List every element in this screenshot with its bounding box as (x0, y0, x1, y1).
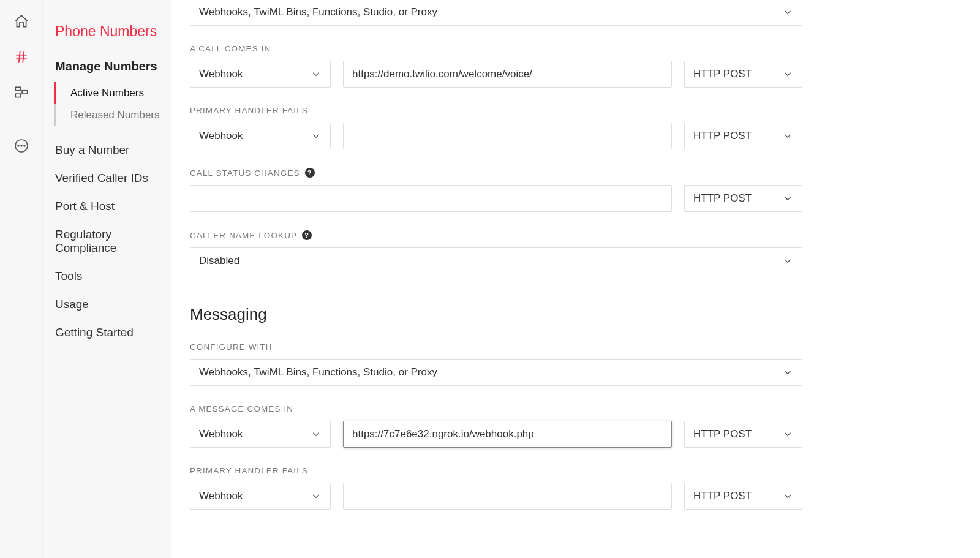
message-comes-in-url-input[interactable] (343, 421, 672, 448)
messaging-primary-fails-method: HTTP POST (693, 490, 752, 502)
voice-primary-fails-type-select[interactable]: Webhook (190, 123, 331, 149)
main-content: Webhooks, TwiML Bins, Functions, Studio,… (172, 0, 821, 558)
sidebar-item-port[interactable]: Port & Host (43, 192, 172, 221)
sidebar-title: Phone Numbers (43, 17, 172, 57)
icon-rail (0, 0, 43, 558)
svg-rect-5 (22, 91, 28, 94)
caller-lookup-select[interactable]: Disabled (190, 247, 802, 274)
svg-point-8 (18, 145, 19, 146)
message-comes-in-method: HTTP POST (693, 428, 752, 440)
flow-icon[interactable] (12, 83, 31, 102)
rail-divider (13, 119, 30, 119)
call-status-url-field[interactable] (199, 192, 663, 205)
chevron-down-icon (311, 69, 322, 80)
messaging-configure-with-label: CONFIGURE WITH (190, 342, 802, 352)
voice-primary-fails-label: PRIMARY HANDLER FAILS (190, 106, 802, 115)
home-icon[interactable] (12, 12, 31, 31)
call-comes-in-label: A CALL COMES IN (190, 44, 802, 53)
svg-line-3 (23, 51, 24, 63)
call-comes-in-method-select[interactable]: HTTP POST (684, 61, 802, 88)
caller-lookup-text: CALLER NAME LOOKUP (190, 231, 297, 240)
svg-rect-6 (15, 94, 21, 97)
svg-point-10 (24, 145, 25, 146)
chevron-down-icon (782, 69, 793, 80)
help-icon[interactable]: ? (302, 230, 312, 240)
hash-icon[interactable] (12, 48, 31, 66)
call-status-changes-text: CALL STATUS CHANGES (190, 168, 300, 178)
messaging-primary-fails-type: Webhook (199, 490, 243, 502)
caller-lookup-label: CALLER NAME LOOKUP ? (190, 230, 802, 240)
messaging-primary-fails-label: PRIMARY HANDLER FAILS (190, 466, 802, 475)
call-comes-in-type-select[interactable]: Webhook (190, 61, 331, 88)
chevron-down-icon (782, 491, 793, 502)
messaging-primary-fails-type-select[interactable]: Webhook (190, 483, 331, 510)
call-status-changes-label: CALL STATUS CHANGES ? (190, 168, 802, 178)
voice-primary-fails-url-input[interactable] (343, 123, 672, 149)
call-status-url-input[interactable] (190, 185, 672, 212)
chevron-down-icon (782, 193, 793, 204)
message-comes-in-url-field[interactable] (352, 428, 663, 440)
message-comes-in-label: A MESSAGE COMES IN (190, 404, 802, 413)
voice-configure-with-value: Webhooks, TwiML Bins, Functions, Studio,… (199, 6, 437, 18)
messaging-configure-with-value: Webhooks, TwiML Bins, Functions, Studio,… (199, 366, 437, 379)
chevron-down-icon (311, 429, 322, 440)
message-comes-in-method-select[interactable]: HTTP POST (684, 421, 802, 448)
sidebar-item-tools[interactable]: Tools (43, 262, 172, 290)
sidebar-subnav: Active Numbers Released Numbers (43, 82, 172, 136)
call-status-method: HTTP POST (693, 192, 752, 205)
voice-primary-fails-method-select[interactable]: HTTP POST (684, 123, 802, 149)
sidebar-item-getting-started[interactable]: Getting Started (43, 319, 172, 347)
chevron-down-icon (782, 130, 793, 141)
messaging-heading: Messaging (190, 305, 802, 324)
svg-line-2 (18, 51, 20, 63)
messaging-primary-fails-method-select[interactable]: HTTP POST (684, 483, 802, 510)
chevron-down-icon (782, 429, 793, 440)
voice-primary-fails-type: Webhook (199, 130, 243, 142)
sidebar-subitem-released-numbers[interactable]: Released Numbers (54, 104, 172, 126)
sidebar-item-buy[interactable]: Buy a Number (43, 136, 172, 164)
chevron-down-icon (782, 255, 793, 266)
sidebar-subitem-active-numbers[interactable]: Active Numbers (54, 82, 172, 104)
more-icon[interactable] (12, 137, 31, 155)
chevron-down-icon (311, 130, 322, 141)
chevron-down-icon (782, 367, 793, 378)
call-comes-in-url-field[interactable] (352, 68, 663, 80)
sidebar-item-verified[interactable]: Verified Caller IDs (43, 164, 172, 192)
messaging-primary-fails-url-input[interactable] (343, 483, 672, 510)
voice-primary-fails-url-field[interactable] (352, 130, 663, 142)
messaging-configure-with-select[interactable]: Webhooks, TwiML Bins, Functions, Studio,… (190, 359, 802, 386)
caller-lookup-value: Disabled (199, 255, 239, 267)
call-status-method-select[interactable]: HTTP POST (684, 185, 802, 212)
call-comes-in-url-input[interactable] (343, 61, 672, 88)
sidebar-item-usage[interactable]: Usage (43, 290, 172, 319)
svg-rect-4 (15, 87, 21, 90)
messaging-primary-fails-url-field[interactable] (352, 490, 663, 502)
call-comes-in-type: Webhook (199, 68, 243, 80)
message-comes-in-type-select[interactable]: Webhook (190, 421, 331, 448)
voice-configure-with-select[interactable]: Webhooks, TwiML Bins, Functions, Studio,… (190, 0, 802, 26)
call-comes-in-method: HTTP POST (693, 68, 752, 80)
sidebar: Phone Numbers Manage Numbers Active Numb… (43, 0, 172, 558)
chevron-down-icon (311, 491, 322, 502)
message-comes-in-type: Webhook (199, 428, 243, 440)
svg-point-9 (21, 145, 22, 146)
chevron-down-icon (782, 7, 793, 18)
help-icon[interactable]: ? (305, 168, 315, 178)
sidebar-item-regulatory[interactable]: Regulatory Compliance (43, 221, 172, 262)
voice-primary-fails-method: HTTP POST (693, 130, 752, 142)
sidebar-section-manage[interactable]: Manage Numbers (43, 57, 172, 82)
